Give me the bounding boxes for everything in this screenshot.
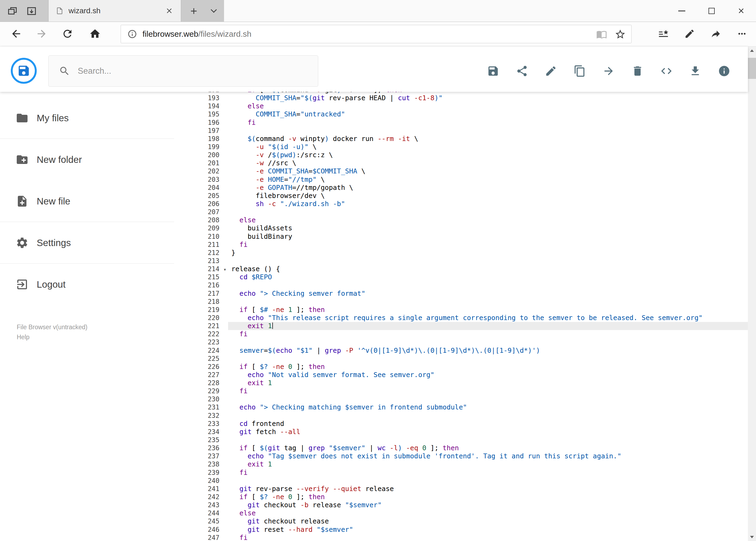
save-button[interactable] [485, 63, 501, 79]
info-button[interactable] [716, 63, 732, 79]
code-line[interactable]: 236 if [ $(git tag | grep "$semver" | wc… [174, 444, 748, 452]
home-button[interactable] [89, 28, 101, 40]
code-line[interactable]: 245 git checkout release [174, 517, 748, 525]
code-line[interactable]: 193 COMMIT_SHA="$(git rev-parse HEAD | c… [174, 94, 748, 102]
code-text[interactable]: echo "> Checking matching $semver in fro… [228, 403, 748, 411]
code-line[interactable]: 246 git reset --hard "$semver" [174, 526, 748, 534]
scroll-down-arrow[interactable] [748, 533, 756, 541]
code-line[interactable]: 210 buildBinary [174, 233, 748, 241]
code-line[interactable]: 224 semver=$(echo "$1" | grep -P '^v(0|[… [174, 346, 748, 355]
code-text[interactable]: cd frontend [228, 420, 748, 428]
code-text[interactable]: release () { [228, 265, 748, 273]
code-text[interactable] [228, 127, 748, 135]
code-line[interactable]: 226 if [ $? -ne 0 ]; then [174, 363, 748, 371]
code-text[interactable]: echo "> Checking semver format" [228, 289, 748, 297]
code-text[interactable]: fi [228, 469, 748, 477]
share-button[interactable] [514, 63, 530, 79]
code-text[interactable]: fi [228, 387, 748, 395]
code-text[interactable]: semver=$(echo "$1" | grep -P '^v(0|[1-9]… [228, 346, 748, 355]
code-text[interactable]: else [228, 216, 748, 224]
code-line[interactable]: 196 fi [174, 119, 748, 127]
code-line[interactable]: 207 [174, 208, 748, 216]
delete-button[interactable] [630, 63, 645, 79]
code-line[interactable]: 203 -e HOME="//tmp" \ [174, 176, 748, 184]
code-text[interactable]: $(command -v winpty) docker run --rm -it… [228, 135, 748, 143]
code-line[interactable]: 219 if [ $# -ne 1 ]; then [174, 306, 748, 314]
code-line[interactable]: 218 [174, 297, 748, 306]
code-line[interactable]: 212} [174, 249, 748, 257]
code-text[interactable]: -u "$(id -u)" \ [228, 143, 748, 151]
code-text[interactable]: git reset --hard "$semver" [228, 526, 748, 534]
code-line[interactable]: 194 else [174, 102, 748, 110]
code-line[interactable]: 242 if [ $? -ne 0 ]; then [174, 493, 748, 501]
sidebar-item-new-file[interactable]: New file [0, 181, 174, 222]
code-text[interactable]: fi [228, 534, 748, 541]
code-line[interactable]: 235 [174, 436, 748, 444]
sidebar-item-logout[interactable]: Logout [0, 264, 174, 305]
code-text[interactable]: -e COMMIT_SHA=$COMMIT_SHA \ [228, 167, 748, 175]
code-line[interactable]: 227 echo "Not valid semver format. See s… [174, 371, 748, 379]
code-text[interactable]: git fetch --all [228, 428, 748, 436]
window-close-button[interactable] [726, 0, 756, 22]
download-button[interactable] [687, 63, 703, 79]
code-line[interactable]: 223 [174, 338, 748, 346]
window-maximize-button[interactable] [697, 0, 726, 22]
code-text[interactable]: buildAssets [228, 224, 748, 232]
code-text[interactable]: exit 1 [228, 322, 748, 330]
code-text[interactable]: exit 1 [228, 379, 748, 387]
hub-favorites-icon[interactable] [658, 28, 669, 39]
code-text[interactable] [228, 395, 748, 403]
code-line[interactable]: 211 fi [174, 241, 748, 249]
code-text[interactable]: echo "Tag $semver does not exist in subm… [228, 452, 748, 460]
code-text[interactable]: -e HOME="//tmp" \ [228, 176, 748, 184]
rename-button[interactable] [543, 63, 559, 79]
scroll-up-arrow[interactable] [748, 46, 756, 55]
code-line[interactable]: 202 -e COMMIT_SHA=$COMMIT_SHA \ [174, 167, 748, 175]
code-text[interactable]: git rev-parse --verify --quiet release [228, 485, 748, 493]
code-text[interactable]: fi [228, 330, 748, 338]
fold-marker-icon[interactable]: ▾ [223, 265, 226, 273]
more-options-icon[interactable] [737, 28, 747, 39]
favorite-star-icon[interactable] [615, 29, 626, 40]
code-line[interactable]: 228 exit 1 [174, 379, 748, 387]
code-text[interactable]: exit 1 [228, 460, 748, 468]
code-text[interactable] [228, 257, 748, 265]
code-text[interactable]: -v /$(pwd):/src:z \ [228, 151, 748, 159]
code-text[interactable]: COMMIT_SHA="$(git rev-parse HEAD | cut -… [228, 94, 748, 102]
browser-tab[interactable]: wizard.sh [48, 0, 181, 22]
web-note-pen-icon[interactable] [684, 28, 695, 39]
code-line[interactable]: 214▾release () { [174, 265, 748, 273]
new-tab-button[interactable] [189, 6, 199, 16]
share-page-icon[interactable] [710, 28, 721, 39]
code-line[interactable]: 233 cd frontend [174, 420, 748, 428]
code-line[interactable]: 244 else [174, 509, 748, 517]
code-text[interactable]: if [ $# -ne 1 ]; then [228, 306, 748, 314]
code-line[interactable]: 197 [174, 127, 748, 135]
code-line[interactable]: 213 [174, 257, 748, 265]
code-text[interactable]: echo "Not valid semver format. See semve… [228, 371, 748, 379]
code-text[interactable]: if [ $? -ne 0 ]; then [228, 363, 748, 371]
tab-preview-icon[interactable] [7, 6, 18, 16]
code-text[interactable]: if [ $(git tag | grep "$semver" | wc -l)… [228, 444, 748, 452]
code-line[interactable]: 237 echo "Tag $semver does not exist in … [174, 452, 748, 460]
back-button[interactable] [10, 28, 22, 40]
code-line[interactable]: 221 exit 1 [174, 322, 748, 330]
code-line[interactable]: 230 [174, 395, 748, 403]
forward-button[interactable] [36, 28, 48, 40]
code-text[interactable]: cd $REPO [228, 273, 748, 281]
code-line[interactable]: 225 [174, 355, 748, 363]
code-line[interactable]: 234 git fetch --all [174, 428, 748, 436]
sidebar-item-settings[interactable]: Settings [0, 222, 174, 264]
code-text[interactable]: git checkout release [228, 517, 748, 525]
raw-button[interactable] [658, 63, 674, 79]
code-line[interactable]: 247 fi [174, 534, 748, 541]
code-line[interactable]: 198 $(command -v winpty) docker run --rm… [174, 135, 748, 143]
code-line[interactable]: 199 -u "$(id -u)" \ [174, 143, 748, 151]
code-line[interactable]: 206 sh -c "./wizard.sh -b" [174, 200, 748, 208]
code-text[interactable]: buildBinary [228, 233, 748, 241]
reading-view-icon[interactable] [596, 29, 607, 40]
code-line[interactable]: 217 echo "> Checking semver format" [174, 289, 748, 297]
search-box[interactable] [48, 55, 318, 87]
code-text[interactable]: git checkout -b release "$semver" [228, 501, 748, 509]
code-text[interactable] [228, 208, 748, 216]
